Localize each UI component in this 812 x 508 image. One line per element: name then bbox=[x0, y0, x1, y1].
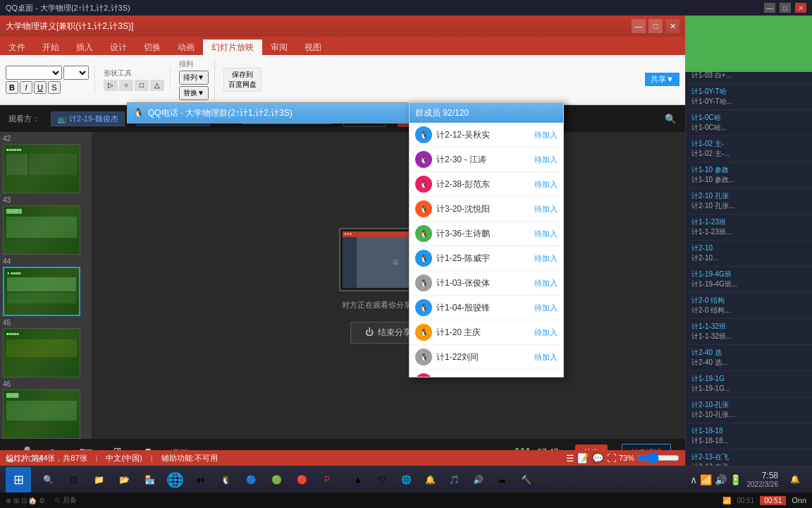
tab-transition[interactable]: 切换 bbox=[135, 40, 169, 55]
share-btn[interactable]: 共享▼ bbox=[645, 73, 679, 86]
taskbar-explorer[interactable]: 📁 bbox=[87, 468, 110, 491]
slide-thumb-43[interactable]: 43 ▓▓▓▓▓ bbox=[3, 196, 89, 255]
member-action-6[interactable]: 待加入 bbox=[534, 278, 558, 289]
taskbar-taskview[interactable]: ⊡ bbox=[62, 468, 85, 491]
taskbar-app3[interactable]: 🔴 bbox=[290, 468, 313, 491]
member-action-8[interactable]: 待加入 bbox=[534, 327, 558, 338]
tab-file[interactable]: 文件 bbox=[0, 40, 34, 55]
member-action-2[interactable]: 待加入 bbox=[534, 179, 558, 190]
slide-panel[interactable]: 42 ■■■■■■ 43 bbox=[0, 132, 92, 439]
taskbar-pin3[interactable]: 🌐 bbox=[395, 468, 417, 491]
close-btn[interactable]: ✕ bbox=[795, 3, 806, 13]
size-select[interactable] bbox=[63, 66, 89, 80]
tab-insert[interactable]: 插入 bbox=[68, 40, 102, 55]
taskbar-pin2[interactable]: 🛡 bbox=[371, 468, 393, 491]
member-action-10[interactable]: 待加入 bbox=[534, 377, 558, 377]
tray-volume[interactable]: 🔊 bbox=[715, 474, 727, 485]
ppt-close[interactable]: ✕ bbox=[665, 19, 679, 33]
slide-thumb-42[interactable]: 42 ■■■■■■ bbox=[3, 135, 89, 193]
member-row-5[interactable]: 🐧 计1-25-陈威宇 待加入 bbox=[410, 246, 563, 271]
taskbar-pin7[interactable]: ☁ bbox=[491, 468, 513, 491]
tab-review[interactable]: 审阅 bbox=[262, 40, 296, 55]
right-item-11[interactable]: 计1-1-32班 计1-1-32班... bbox=[686, 319, 812, 345]
right-item-15[interactable]: 计1-18-18 计1-18-18... bbox=[686, 423, 812, 449]
windows-start-btn[interactable]: ⊞ bbox=[6, 467, 31, 492]
zoom-slider[interactable] bbox=[637, 452, 679, 464]
member-action-0[interactable]: 待加入 bbox=[534, 130, 558, 140]
strikethrough-btn[interactable]: S bbox=[48, 81, 61, 94]
taskbar-pin5[interactable]: 🎵 bbox=[443, 468, 465, 491]
font-select[interactable] bbox=[6, 66, 62, 80]
member-action-3[interactable]: 待加入 bbox=[534, 204, 558, 214]
tray-network[interactable]: 📶 bbox=[700, 474, 712, 485]
slide-thumb-45[interactable]: 45 ■■■■■ bbox=[3, 319, 89, 377]
slide-img-44[interactable]: ● ■■■■ bbox=[3, 267, 80, 316]
underline-btn[interactable]: U bbox=[34, 81, 47, 94]
taskbar-pin1[interactable]: ▲ bbox=[347, 468, 369, 491]
slide-img-43[interactable]: ▓▓▓▓▓ bbox=[3, 205, 80, 255]
slide-img-42[interactable]: ■■■■■■ bbox=[3, 144, 80, 193]
clock-display[interactable]: 7:58 2022/3/26 bbox=[747, 471, 779, 488]
right-item-12[interactable]: 计2-40 选 计2-40 选... bbox=[686, 345, 812, 371]
right-item-3[interactable]: 计1-0C哈 计1-0C哈... bbox=[686, 110, 812, 136]
member-row-4[interactable]: 🐧 计3-36-主诗鹏 待加入 bbox=[410, 222, 563, 246]
tab-animation[interactable]: 动画 bbox=[169, 40, 203, 55]
slide-view-btn[interactable]: ☰ bbox=[566, 453, 574, 464]
search-btn[interactable]: 🔍 bbox=[665, 114, 677, 124]
slide-thumb-46[interactable]: 46 ▓▓▓▓ bbox=[3, 380, 89, 439]
right-item-13[interactable]: 计1-19-1G 计1-19-1G... bbox=[686, 371, 812, 397]
taskbar-pin6[interactable]: 🔊 bbox=[467, 468, 489, 491]
viewer1-btn[interactable]: 📺 计2-19-魏俊杰 bbox=[51, 111, 125, 126]
member-row-7[interactable]: 🐧 计1-04-殷骏锋 待加入 bbox=[410, 296, 563, 320]
taskbar-pin4[interactable]: 🔔 bbox=[419, 468, 441, 491]
notes-btn[interactable]: 📝 bbox=[577, 453, 589, 464]
slide-thumb-44[interactable]: 44 ● ■■■■ bbox=[3, 258, 89, 316]
ppt-maximize[interactable]: □ bbox=[648, 19, 663, 33]
member-row-6[interactable]: 🐧 计1-03-张俊体 待加入 bbox=[410, 271, 563, 296]
notification-btn[interactable]: 🔔 bbox=[784, 468, 806, 491]
arrange-btn[interactable]: 排列▼ bbox=[179, 71, 209, 85]
member-row-8[interactable]: 🐧 计1-20 主庆 待加入 bbox=[410, 320, 563, 345]
right-item-10[interactable]: 计2-0 结构 计2-0 结构... bbox=[686, 293, 812, 319]
taskbar-search[interactable]: 🔍 bbox=[37, 468, 59, 491]
comment-btn[interactable]: 💬 bbox=[592, 453, 604, 464]
member-action-7[interactable]: 待加入 bbox=[534, 303, 558, 313]
tab-slideshow[interactable]: 幻灯片放映 bbox=[203, 40, 262, 55]
right-item-5[interactable]: 计1-10 参政 计1-10 参政... bbox=[686, 162, 812, 188]
right-item-16[interactable]: 计2-13-在飞 计2-13-在飞... bbox=[686, 449, 812, 466]
taskbar-app2[interactable]: 🟢 bbox=[265, 468, 288, 491]
taskbar-pin8[interactable]: 🔨 bbox=[515, 468, 537, 491]
member-action-9[interactable]: 待加入 bbox=[534, 352, 558, 363]
taskbar-qq[interactable]: 🐧 bbox=[214, 468, 237, 491]
member-action-1[interactable]: 待加入 bbox=[534, 155, 558, 165]
maximize-btn[interactable]: □ bbox=[780, 3, 791, 13]
save-web-btn[interactable]: 保存到百度网盘 bbox=[223, 68, 262, 92]
right-item-4[interactable]: 计1-02 主- 计1-02 主-... bbox=[686, 136, 812, 162]
fullscreen-btn[interactable]: ⛶ bbox=[607, 453, 616, 464]
member-row-3[interactable]: 🐧 计3-20-沈悦阳 待加入 bbox=[410, 197, 563, 222]
tab-design[interactable]: 设计 bbox=[102, 40, 135, 55]
taskbar-app1[interactable]: 🔵 bbox=[240, 468, 262, 491]
bold-btn[interactable]: B bbox=[6, 81, 18, 94]
right-item-6[interactable]: 计2-10 孔张 计2-10 孔张... bbox=[686, 188, 812, 214]
right-item-2[interactable]: 计1-0Y-T哈 计1-0Y-T哈... bbox=[686, 84, 812, 110]
member-row-2[interactable]: 🐧 计2-38-彭范东 待加入 bbox=[410, 172, 563, 197]
taskbar-files[interactable]: 📂 bbox=[113, 468, 135, 491]
taskbar-store[interactable]: 🏪 bbox=[138, 468, 161, 491]
member-row-10[interactable]: 🐧 计1-23-徐昕璇 待加入 bbox=[410, 370, 563, 377]
right-item-14[interactable]: 计2-10-孔张 计2-10-孔张... bbox=[686, 397, 812, 423]
minimize-btn[interactable]: — bbox=[764, 3, 775, 13]
slide-img-45[interactable]: ■■■■■ bbox=[3, 328, 80, 377]
replace-btn[interactable]: 替换▼ bbox=[179, 86, 209, 100]
taskbar-media[interactable]: ⏮ bbox=[189, 468, 211, 491]
ppt-minimize[interactable]: — bbox=[632, 19, 646, 33]
right-item-9[interactable]: 计1-19-4G班 计1-19-4G班... bbox=[686, 267, 812, 293]
taskbar-ppt[interactable]: P bbox=[316, 468, 338, 491]
taskbar-edge[interactable]: 🌐 bbox=[164, 468, 186, 491]
member-action-4[interactable]: 待加入 bbox=[534, 229, 558, 239]
member-row-0[interactable]: 🐧 计2-12-吴秋实 待加入 bbox=[410, 123, 563, 147]
tray-chevron[interactable]: ∧ bbox=[690, 474, 697, 485]
tab-view[interactable]: 视图 bbox=[296, 40, 330, 55]
right-item-7[interactable]: 计1-1-23班 计1-1-23班... bbox=[686, 214, 812, 241]
member-row-9[interactable]: 🐧 计1-22刘同 待加入 bbox=[410, 345, 563, 370]
